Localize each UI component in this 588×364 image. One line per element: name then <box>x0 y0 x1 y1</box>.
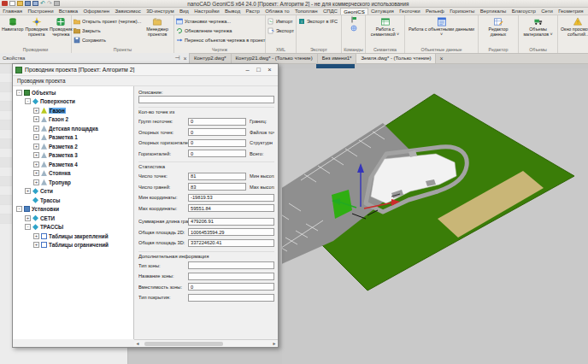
print-icon[interactable] <box>54 1 60 6</box>
xml-export-button[interactable]: Экспорт <box>267 26 295 35</box>
save-project-button[interactable]: Сохранить <box>73 35 142 44</box>
geo-groups-input[interactable] <box>188 118 246 126</box>
expand-toggle[interactable]: + <box>33 116 39 122</box>
objectdata-button[interactable]: Работа с объектными данными ˅ <box>408 16 476 38</box>
expand-toggle[interactable]: + <box>33 134 39 140</box>
globe-icon[interactable] <box>350 25 357 32</box>
points-count-input[interactable] <box>188 173 246 180</box>
expand-toggle[interactable]: + <box>33 161 39 167</box>
ribbon-tab[interactable]: Вид <box>177 8 191 15</box>
ribbon-tab[interactable]: Сети <box>538 8 556 15</box>
flag-icon[interactable] <box>350 16 357 23</box>
ribbon-tab[interactable]: Вставка <box>56 8 81 15</box>
ribbon-tab[interactable]: Топоплан <box>292 8 320 15</box>
area-2d-input[interactable] <box>188 228 274 236</box>
expand-toggle[interactable]: + <box>33 126 39 132</box>
zone-type-input[interactable] <box>188 261 274 269</box>
horizontal-scrollbar[interactable]: ◄ ► <box>134 339 278 347</box>
tree-item-parking[interactable]: +Стоянка <box>15 169 133 179</box>
cover-type-input[interactable] <box>188 294 274 302</box>
ribbon-tab[interactable]: Главная <box>0 8 25 15</box>
navigator-button[interactable]: Навигатор <box>1 16 24 33</box>
tree-item-restriction-tables[interactable]: +Таблицы ограничений <box>15 241 133 250</box>
description-input[interactable] <box>138 96 274 103</box>
tree-item-routes-settings[interactable]: -ТРАССЫ <box>15 223 133 232</box>
close-icon[interactable]: × <box>264 64 275 76</box>
tree-item-lawn2[interactable]: +Газон 2 <box>15 115 133 125</box>
scroll-left-icon[interactable]: ◄ <box>134 341 141 346</box>
max-coords-input[interactable] <box>188 204 274 212</box>
tree-item-marking2[interactable]: +Разметка 2 <box>15 142 133 151</box>
minimize-icon[interactable]: – <box>242 64 253 76</box>
save-all-icon[interactable] <box>32 1 38 6</box>
app-logo-icon[interactable] <box>2 1 8 6</box>
expand-toggle[interactable]: + <box>33 152 39 158</box>
open-project-button[interactable]: Открыть проект (чертеж)... <box>73 16 142 26</box>
tree-item-playground[interactable]: +Детская площадка <box>15 124 133 133</box>
ribbon-tab[interactable]: Горизонты <box>447 8 478 15</box>
expand-toggle[interactable]: - <box>16 90 22 96</box>
ribbon-tab[interactable]: Вывод <box>222 8 244 15</box>
new-file-icon[interactable] <box>9 1 15 6</box>
support-points-input[interactable] <box>188 128 246 136</box>
tree-item-sidewalk[interactable]: +Тропуар <box>15 178 133 187</box>
expand-toggle[interactable]: + <box>25 215 31 221</box>
doc-tab-close-icon[interactable]: × <box>436 54 446 63</box>
tree-item-fixation-tables[interactable]: +Таблицы закреплений <box>15 232 133 241</box>
data-editor-button[interactable]: Редактор данных <box>480 16 516 38</box>
ribbon-tab[interactable]: СПДС <box>320 8 340 15</box>
redo-icon[interactable]: ↷ <box>47 1 52 6</box>
tree-item-marking3[interactable]: +Разметка 3 <box>15 151 133 161</box>
undo-icon[interactable]: ↶ <box>40 1 45 6</box>
scrollbar-thumb[interactable] <box>144 342 223 346</box>
pin-icon[interactable]: ⊣ <box>173 55 181 62</box>
expand-toggle[interactable]: - <box>25 98 31 104</box>
expand-toggle[interactable]: + <box>33 233 39 239</box>
doc-tab[interactable]: Контур21.dwg* - (Только чтение) <box>232 54 318 63</box>
ribbon-tab-geonics[interactable]: GeoniCS <box>340 8 368 15</box>
min-coords-input[interactable] <box>188 194 274 202</box>
ribbon-tab[interactable]: Настройки <box>191 8 222 15</box>
save-icon[interactable] <box>25 1 31 6</box>
viewport-3d[interactable] <box>282 68 588 364</box>
tree-item-nets-settings[interactable]: +СЕТИ <box>15 214 133 223</box>
drawing-settings-button[interactable]: Установки чертежа... <box>175 16 266 26</box>
tree-item-marking4[interactable]: +Разметка 4 <box>15 160 133 169</box>
scroll-right-icon[interactable]: ► <box>271 341 278 346</box>
ribbon-tab[interactable]: Облака то <box>262 8 292 15</box>
expand-toggle[interactable]: - <box>16 206 22 212</box>
expand-toggle[interactable]: - <box>25 224 31 230</box>
open-file-icon[interactable] <box>17 1 23 6</box>
border-length-input[interactable] <box>188 218 274 226</box>
ribbon-tab[interactable]: Оформлен <box>80 8 112 15</box>
ribbon-tab[interactable]: Геометрия <box>556 8 586 15</box>
expand-toggle[interactable]: + <box>33 144 39 150</box>
ribbon-tab[interactable]: Рельеф <box>423 8 447 15</box>
doc-tab[interactable]: Контур2.dwg* <box>190 54 232 63</box>
zone-capacity-input[interactable] <box>188 283 274 291</box>
area-3d-input[interactable] <box>188 239 274 247</box>
drawing-refresh-button[interactable]: Обновление чертежа <box>175 26 266 35</box>
export-ifc-button[interactable]: I Экспорт в IFC <box>297 16 338 26</box>
ribbon-tab[interactable]: Зависимос <box>112 8 144 15</box>
expand-toggle[interactable]: + <box>33 242 39 248</box>
expand-toggle[interactable]: + <box>33 108 39 114</box>
maximize-icon[interactable]: □ <box>253 64 264 76</box>
tree-item-nets[interactable]: +Сети <box>15 187 133 197</box>
material-volumes-button[interactable]: Объемы материалов ˅ <box>520 16 556 38</box>
ribbon-tab[interactable]: Благоустр <box>509 8 538 15</box>
doc-tab[interactable]: Без имени1* <box>318 54 357 63</box>
ribbon-tab[interactable]: Растр <box>243 8 262 15</box>
explorer-title-bar[interactable]: Проводник проекта [Проект: Алгоритм 2] –… <box>13 64 278 76</box>
tree-item-routes[interactable]: Трассы <box>15 196 133 205</box>
project-manager-button[interactable]: Менеджер проектов <box>142 16 173 38</box>
event-viewer-button[interactable]: ! Окно просмотра событий.. <box>559 16 588 38</box>
ribbon-tab[interactable]: Вертикалы <box>478 8 509 15</box>
support-contours-input[interactable] <box>188 139 246 147</box>
ribbon-tab[interactable]: 3D-инструм <box>144 8 177 15</box>
zone-name-input[interactable] <box>188 273 274 280</box>
doc-tab-active[interactable]: Земля.dwg* - (Только чтение) <box>356 54 436 63</box>
tree-item-surfaces[interactable]: -Поверхности <box>15 97 133 107</box>
transfer-objects-button[interactable]: Перенос объектов чертежа в проект <box>175 35 266 44</box>
panel-close-icon[interactable]: × <box>181 56 189 62</box>
